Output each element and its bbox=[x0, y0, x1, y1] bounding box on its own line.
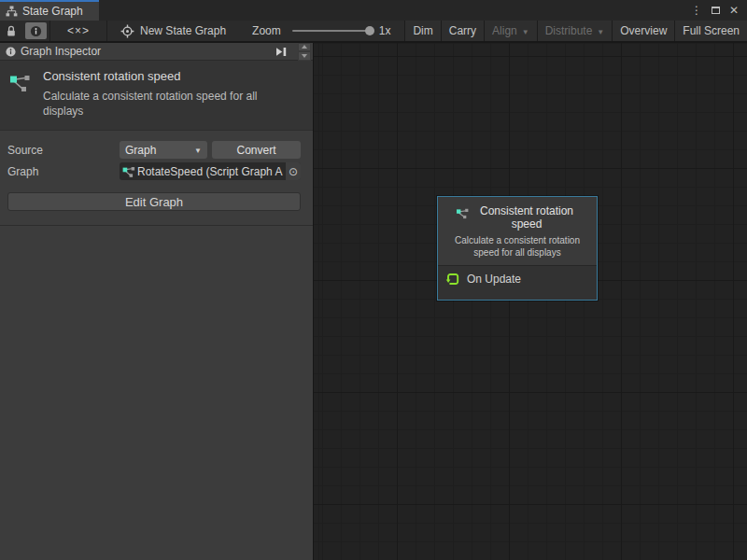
align-button: Align ▼ bbox=[484, 21, 537, 41]
chevron-down-icon: ▼ bbox=[597, 28, 604, 36]
main-area: Graph Inspector bbox=[0, 41, 747, 560]
script-graph-icon bbox=[456, 207, 470, 231]
window-menu-icon[interactable]: ⋮ bbox=[689, 3, 704, 18]
object-picker-icon[interactable]: ⊙ bbox=[286, 162, 301, 180]
full-screen-button[interactable]: Full Screen bbox=[674, 21, 747, 41]
distribute-label: Distribute bbox=[545, 24, 593, 37]
state-node-header: Consistent rotation speed Calculate a co… bbox=[438, 197, 597, 266]
graph-canvas[interactable]: Consistent rotation speed Calculate a co… bbox=[314, 43, 747, 560]
state-node-body: On Update bbox=[438, 266, 597, 300]
convert-button[interactable]: Convert bbox=[212, 141, 301, 159]
zoom-label: Zoom bbox=[252, 24, 281, 37]
dim-label: Dim bbox=[413, 24, 432, 37]
scroll-down-button[interactable] bbox=[298, 51, 311, 61]
update-event-icon bbox=[445, 272, 460, 287]
node-title: Consistent rotation speed bbox=[474, 204, 579, 231]
window-controls: ⋮ ✕ bbox=[689, 0, 747, 21]
node-description: Calculate a consistent rotation speed fo… bbox=[447, 234, 587, 259]
dim-button[interactable]: Dim bbox=[404, 21, 440, 41]
source-dropdown-value: Graph bbox=[125, 144, 156, 157]
lock-button[interactable] bbox=[0, 21, 22, 41]
zoom-slider[interactable] bbox=[292, 30, 371, 32]
zoom-value: 1x bbox=[379, 24, 391, 37]
new-state-graph-button[interactable]: New State Graph bbox=[107, 21, 235, 41]
carry-button[interactable]: Carry bbox=[441, 21, 484, 41]
graph-field-label: Graph bbox=[7, 165, 120, 178]
chevron-down-icon: ▼ bbox=[522, 28, 529, 36]
source-row: Source Graph ▼ Convert bbox=[7, 141, 301, 159]
full-screen-label: Full Screen bbox=[683, 24, 740, 37]
graph-target-icon bbox=[120, 24, 134, 38]
toolbar-left-group: <×> New State Graph Zoom 1x bbox=[0, 21, 390, 41]
hierarchy-icon bbox=[6, 6, 18, 17]
lock-icon bbox=[6, 25, 17, 37]
graph-toolbar: <×> New State Graph Zoom 1x bbox=[0, 21, 747, 41]
inspector-fields: Source Graph ▼ Convert Graph bbox=[0, 131, 313, 184]
inspector-toggle-button[interactable] bbox=[25, 22, 47, 39]
convert-label: Convert bbox=[236, 144, 275, 157]
maximize-icon[interactable] bbox=[708, 3, 723, 18]
tab-label: State Graph bbox=[22, 5, 83, 18]
align-label: Align bbox=[492, 24, 517, 37]
titlebar: State Graph ⋮ ✕ bbox=[0, 0, 747, 21]
info-icon bbox=[30, 25, 42, 37]
event-label: On Update bbox=[467, 273, 521, 286]
inspector-header: Graph Inspector bbox=[0, 43, 313, 61]
event-row[interactable]: On Update bbox=[445, 272, 521, 287]
graph-object-value: RotateSpeed (Script Graph A bbox=[137, 165, 286, 178]
source-label: Source bbox=[7, 144, 120, 157]
panel-scroll-spinner bbox=[298, 43, 311, 61]
state-node[interactable]: Consistent rotation speed Calculate a co… bbox=[437, 196, 598, 301]
new-state-graph-label: New State Graph bbox=[140, 24, 226, 37]
carry-label: Carry bbox=[449, 24, 476, 37]
graph-row: Graph RotateSpeed (Script Graph A bbox=[7, 162, 301, 180]
scroll-up-button[interactable] bbox=[298, 43, 311, 52]
script-graph-icon bbox=[9, 72, 32, 119]
info-icon bbox=[6, 47, 16, 57]
overview-button[interactable]: Overview bbox=[612, 21, 674, 41]
dock-panel-icon[interactable] bbox=[275, 47, 288, 57]
graph-description: Calculate a consistent rotation speed fo… bbox=[43, 89, 284, 119]
chevron-down-icon: ▼ bbox=[194, 147, 202, 155]
graph-title: Consistent rotation speed bbox=[43, 69, 284, 83]
inspector-title: Graph Inspector bbox=[21, 45, 101, 58]
script-graph-icon bbox=[122, 165, 135, 178]
code-icon: <×> bbox=[67, 24, 90, 37]
graph-summary: Consistent rotation speed Calculate a co… bbox=[0, 61, 313, 131]
toolbar-right-group: Dim Carry Align ▼ Distribute ▼ Overview … bbox=[404, 21, 747, 41]
tab-state-graph[interactable]: State Graph bbox=[0, 0, 99, 21]
graph-inspector-panel: Graph Inspector bbox=[0, 43, 314, 560]
distribute-button: Distribute ▼ bbox=[537, 21, 613, 41]
close-icon[interactable]: ✕ bbox=[726, 3, 741, 18]
source-dropdown[interactable]: Graph ▼ bbox=[120, 141, 207, 159]
edit-graph-button[interactable]: Edit Graph bbox=[7, 192, 301, 211]
zoom-control: Zoom 1x bbox=[252, 21, 390, 41]
graph-object-field[interactable]: RotateSpeed (Script Graph A ⊙ bbox=[120, 162, 301, 180]
zoom-slider-handle[interactable] bbox=[365, 26, 374, 35]
unity-window: State Graph ⋮ ✕ bbox=[0, 0, 747, 560]
inspector-divider bbox=[0, 225, 313, 226]
overview-label: Overview bbox=[620, 24, 667, 37]
preview-source-button[interactable]: <×> bbox=[50, 21, 106, 41]
